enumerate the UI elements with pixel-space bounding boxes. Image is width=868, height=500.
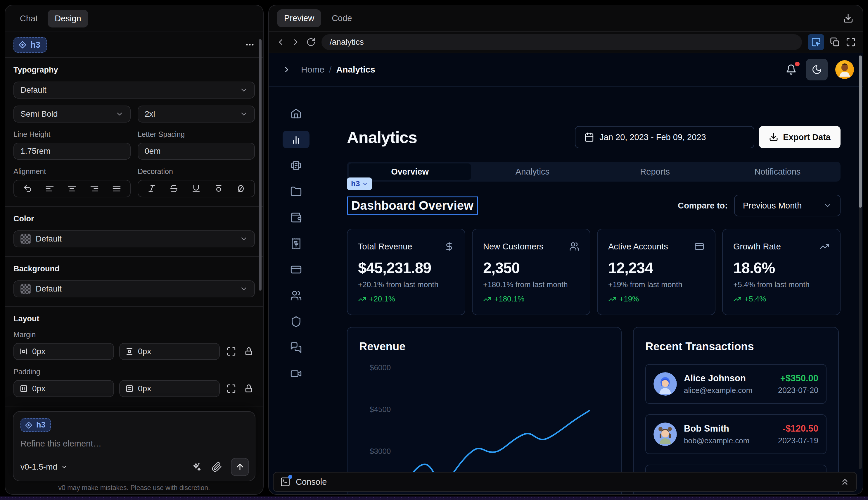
transaction-row[interactable]: Bob Smith bob@example.com -$120.50 2023-… <box>645 414 826 454</box>
select-element-button[interactable] <box>808 34 824 50</box>
sidebar-item-customers[interactable] <box>282 287 310 304</box>
compare-period-select[interactable]: Previous Month <box>734 195 841 216</box>
submit-button[interactable] <box>231 458 249 476</box>
copy-button[interactable] <box>830 37 840 47</box>
sidebar-item-files[interactable] <box>282 183 310 200</box>
back-button[interactable] <box>276 37 285 47</box>
date-range-button[interactable]: Jan 20, 2023 - Feb 09, 2023 <box>575 126 754 148</box>
align-right-button[interactable] <box>89 183 100 194</box>
forward-button[interactable] <box>291 37 300 47</box>
bar-chart-icon <box>290 134 302 145</box>
font-size-select[interactable]: 2xl <box>138 105 255 123</box>
stat-trend-value: +5.4% <box>744 294 766 304</box>
align-left-button[interactable] <box>44 183 56 194</box>
strikethrough-button[interactable] <box>168 183 180 194</box>
arrow-up-icon <box>235 462 245 471</box>
align-justify-button[interactable] <box>111 183 123 194</box>
sidebar-item-messages[interactable] <box>282 339 310 356</box>
dashboard-overview-heading[interactable]: Dashboard Overview <box>347 196 478 215</box>
align-center-button[interactable] <box>66 183 78 194</box>
stat-title: New Customers <box>483 242 543 251</box>
undo-icon <box>23 184 32 193</box>
margin-x-input[interactable]: 0px <box>13 343 114 360</box>
sidebar-item-cards[interactable] <box>282 261 310 279</box>
refine-input[interactable]: Refine this element… <box>21 439 248 448</box>
sidebar-item-wallet[interactable] <box>282 209 310 226</box>
sidebar-item-video[interactable] <box>282 365 310 383</box>
attach-file-button[interactable] <box>210 461 223 474</box>
copy-icon <box>830 37 840 47</box>
enhance-prompt-button[interactable] <box>190 461 203 474</box>
model-select[interactable]: v0-1.5-md <box>21 462 68 471</box>
breadcrumb-home[interactable]: Home <box>301 65 324 75</box>
underline-button[interactable] <box>190 183 202 194</box>
italic-button[interactable] <box>146 183 158 194</box>
tab-design[interactable]: Design <box>48 10 88 27</box>
moon-icon <box>812 64 822 75</box>
margin-y-input[interactable]: 0px <box>119 343 220 360</box>
tab-preview[interactable]: Preview <box>277 9 321 27</box>
theme-toggle-button[interactable] <box>806 59 828 80</box>
overline-button[interactable] <box>213 183 224 194</box>
color-select[interactable]: Default <box>13 230 255 247</box>
chevron-down-icon <box>240 285 248 293</box>
url-input[interactable]: /analytics <box>322 34 802 50</box>
download-button[interactable] <box>842 12 855 25</box>
stat-value: 18.6% <box>733 259 830 276</box>
margin-expand-button[interactable] <box>225 345 237 357</box>
design-panel-header: Chat Design <box>5 5 263 32</box>
stat-card-growth-rate: Growth Rate 18.6% +5.4% from last month … <box>722 229 841 315</box>
font-family-select[interactable]: Default <box>13 82 255 99</box>
tab-analytics[interactable]: Analytics <box>471 163 593 180</box>
padding-lock-button[interactable] <box>243 383 255 395</box>
console-bar[interactable]: Console <box>273 472 857 492</box>
transaction-row[interactable]: Alice Johnson alice@example.com +$350.00… <box>645 364 826 404</box>
padding-expand-button[interactable] <box>225 383 237 395</box>
composer-element-label: h3 <box>36 420 46 430</box>
design-panel-scrollbar[interactable] <box>259 39 262 291</box>
alignment-label: Alignment <box>13 167 131 176</box>
background-select[interactable]: Default <box>13 281 255 297</box>
sidebar-item-security[interactable] <box>282 313 310 330</box>
no-decoration-button[interactable] <box>235 183 247 194</box>
more-options-button[interactable] <box>245 40 255 50</box>
tab-reports[interactable]: Reports <box>594 163 716 180</box>
preview-scrollbar-thumb[interactable] <box>859 56 862 208</box>
letter-spacing-value: 0em <box>145 147 160 156</box>
stat-card-active-accounts: Active Accounts 12,234 +19% from last mo… <box>597 229 716 315</box>
margin-lock-button[interactable] <box>243 345 255 357</box>
font-weight-select[interactable]: Semi Bold <box>13 105 131 123</box>
sidebar-item-invoices[interactable] <box>282 157 310 174</box>
console-expand-button[interactable] <box>840 477 850 487</box>
sidebar-item-receipts[interactable] <box>282 235 310 252</box>
notifications-button[interactable] <box>784 62 798 77</box>
tab-notifications[interactable]: Notifications <box>716 163 839 180</box>
reset-alignment-button[interactable] <box>22 183 33 194</box>
selected-element-tag[interactable]: h3 <box>347 178 372 190</box>
preview-scrollbar[interactable] <box>859 55 862 469</box>
padding-y-input[interactable]: 0px <box>119 380 220 397</box>
align-center-icon <box>67 184 77 193</box>
padding-x-input[interactable]: 0px <box>13 380 114 397</box>
fullscreen-button[interactable] <box>846 37 856 47</box>
sidebar-toggle-button[interactable] <box>282 65 291 74</box>
refresh-button[interactable] <box>306 37 316 47</box>
tab-code[interactable]: Code <box>325 9 359 27</box>
line-height-input[interactable]: 1.75rem <box>13 143 131 160</box>
margin-horizontal-icon <box>19 347 28 356</box>
tab-chat[interactable]: Chat <box>13 10 45 27</box>
refresh-icon <box>306 37 316 47</box>
composer-element-badge[interactable]: h3 <box>21 418 51 432</box>
user-avatar[interactable] <box>835 60 854 79</box>
v0-design-mode-screen: Chat Design h3 Typography Default <box>0 0 868 500</box>
diamond-icon <box>18 41 27 49</box>
bell-icon <box>786 64 797 75</box>
app-main: Analytics Jan 20, 2023 - Feb 09, 2023 Ex… <box>323 87 841 494</box>
export-data-button[interactable]: Export Data <box>759 126 841 148</box>
stat-change: +5.4% from last month <box>733 280 830 289</box>
sidebar-item-home[interactable] <box>282 105 310 122</box>
letter-spacing-input[interactable]: 0em <box>138 143 255 160</box>
breadcrumb-current: Analytics <box>336 65 375 75</box>
sidebar-item-analytics[interactable] <box>282 131 310 148</box>
selected-element-badge[interactable]: h3 <box>13 37 47 53</box>
